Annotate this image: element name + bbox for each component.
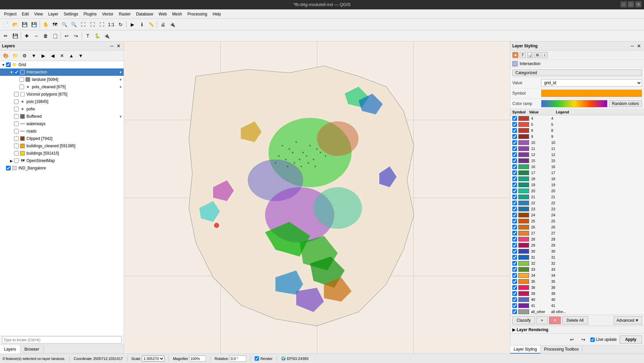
move-feature-button[interactable]: ↔ [32, 32, 41, 40]
legend-row[interactable]: 11 11 [510, 146, 644, 152]
remove-layer-button[interactable]: ✕ [58, 51, 66, 60]
layer-checkbox-openstreetmap[interactable] [14, 158, 19, 163]
legend-row-checkbox[interactable] [512, 297, 517, 302]
layers-close-button[interactable]: ✕ [116, 43, 122, 49]
legend-row-checkbox[interactable] [512, 158, 517, 163]
styling-collapse-button[interactable]: ─ [629, 43, 635, 49]
open-layer-styling-button[interactable]: 🎨 [1, 51, 10, 60]
render-checkbox[interactable] [255, 356, 259, 361]
zoom-out-button[interactable]: 🔍 [69, 20, 78, 29]
menu-web[interactable]: Web [156, 10, 169, 18]
python-console-button[interactable]: 🐍 [93, 32, 102, 40]
menu-project[interactable]: Project [1, 10, 19, 18]
legend-row[interactable]: 22 22 [510, 200, 644, 206]
layer-search-input[interactable] [2, 336, 122, 344]
legend-row[interactable]: 17 17 [510, 170, 644, 176]
legend-row[interactable]: 5 5 [510, 121, 644, 127]
tab-processing-toolbox[interactable]: Processing Toolbox [540, 346, 582, 354]
layer-item-pois[interactable]: ▶ pois [19845] [0, 98, 124, 105]
legend-row-checkbox[interactable] [512, 237, 517, 242]
map-area[interactable] [124, 42, 510, 354]
legend-row[interactable]: 19 19 [510, 182, 644, 188]
legend-row-checkbox[interactable] [512, 273, 517, 278]
map-canvas[interactable] [124, 42, 510, 354]
tab-layers[interactable]: Layers [0, 345, 20, 354]
tab-browser[interactable]: Browser [20, 345, 44, 354]
legend-row[interactable]: 32 32 [510, 260, 644, 266]
value-field-select[interactable]: grid_id [541, 79, 642, 87]
select-feature-button[interactable]: ▶ [128, 20, 137, 29]
close-button[interactable]: ✕ [635, 1, 641, 7]
legend-row-checkbox[interactable] [512, 303, 517, 308]
legend-row[interactable]: 16 16 [510, 164, 644, 170]
layer-item-waterways[interactable]: ▶ waterways [0, 120, 124, 127]
menu-help[interactable]: Help [210, 10, 224, 18]
layer-checkbox-pofw[interactable] [14, 107, 19, 111]
color-ramp-preview[interactable] [541, 100, 607, 107]
layer-item-buffered[interactable]: ▶ Buffered ▼ [0, 113, 124, 120]
legend-row[interactable]: 27 27 [510, 230, 644, 236]
zoom-layer-button[interactable]: ⛶ [88, 20, 97, 29]
legend-row-checkbox[interactable] [512, 195, 517, 199]
layer-checkbox-roads[interactable] [14, 129, 19, 134]
layer-checkbox-buffered[interactable] [14, 114, 19, 119]
manage-layers-button[interactable]: ⚙ [20, 51, 29, 60]
tab-layer-styling[interactable]: Layer Styling [510, 346, 540, 354]
redo-button[interactable]: ↪ [72, 32, 80, 40]
layer-checkbox-buildings[interactable] [14, 151, 19, 156]
pan-map-button[interactable]: 🗺 [51, 20, 59, 29]
zoom-full-button[interactable]: ⛶ [79, 20, 87, 29]
legend-row-checkbox[interactable] [512, 261, 517, 266]
layer-checkbox-clipped[interactable] [14, 136, 19, 141]
layer-checkbox-waterways[interactable] [14, 121, 19, 126]
move-up-button[interactable]: ▲ [67, 51, 76, 60]
zoom-in-button[interactable]: 🔍 [60, 20, 69, 29]
legend-row[interactable]: 30 30 [510, 248, 644, 254]
menu-vector[interactable]: Vector [100, 10, 116, 18]
legend-row-checkbox[interactable] [512, 309, 517, 314]
legend-row-checkbox[interactable] [512, 231, 517, 236]
layer-rendering-row[interactable]: ▶ Layer Rendering [510, 326, 644, 333]
legend-row-checkbox[interactable] [512, 291, 517, 296]
pan-button[interactable]: ✋ [41, 20, 50, 29]
collapse-all-button[interactable]: ◀ [48, 51, 57, 60]
plugins-button[interactable]: 🔌 [168, 20, 177, 29]
legend-row[interactable]: 33 33 [510, 266, 644, 272]
legend-row-checkbox[interactable] [512, 183, 517, 187]
layer-item-intersection[interactable]: ▼ Intersection ▼ [0, 68, 124, 76]
layer-checkbox-voronoi[interactable] [14, 92, 19, 97]
legend-row-checkbox[interactable] [512, 267, 517, 272]
undo-styling-button[interactable]: ↩ [568, 335, 576, 344]
expand-icon-openstreetmap[interactable]: ▶ [9, 159, 13, 163]
rotation-input[interactable] [230, 356, 246, 362]
delete-all-button[interactable]: Delete All [562, 316, 588, 324]
legend-row[interactable]: 40 40 [510, 297, 644, 303]
layer-item-openstreetmap[interactable]: ▶ 🗺 OpenStreetMap [0, 157, 124, 164]
menu-mesh[interactable]: Mesh [170, 10, 185, 18]
legend-row-checkbox[interactable] [512, 122, 517, 127]
layer-item-voronoi[interactable]: ▶ Voronoi polygons [675] [0, 91, 124, 98]
open-project-button[interactable]: 📂 [11, 20, 19, 29]
undo-button[interactable]: ↩ [62, 32, 71, 40]
zoom-native-button[interactable]: 1:1 [107, 20, 116, 29]
layer-item-pois-cleaned[interactable]: ▶ pois_cleaned [675] ▼ [0, 83, 124, 91]
add-class-button[interactable]: + [536, 316, 548, 324]
menu-raster[interactable]: Raster [116, 10, 133, 18]
label-button[interactable]: T [83, 32, 92, 40]
classify-button[interactable]: Classify [512, 316, 535, 324]
new-project-button[interactable]: 📄 [1, 20, 10, 29]
legend-row-checkbox[interactable] [512, 152, 517, 157]
layer-item-pofw[interactable]: ▶ pofw [0, 105, 124, 113]
legend-row-checkbox[interactable] [512, 225, 517, 229]
legend-row[interactable]: 21 21 [510, 194, 644, 200]
legend-row-checkbox[interactable] [512, 128, 517, 133]
renderer-type-button[interactable]: Categorized [512, 69, 642, 76]
identify-button[interactable]: ℹ [137, 20, 146, 29]
redo-styling-button[interactable]: ↪ [579, 335, 588, 344]
legend-row-checkbox[interactable] [512, 201, 517, 205]
expand-all-button[interactable]: ▶ [39, 51, 48, 60]
layer-checkbox-grid[interactable] [6, 62, 11, 67]
expand-icon-intersection[interactable]: ▼ [9, 70, 13, 74]
legend-row[interactable]: 15 15 [510, 158, 644, 164]
menu-processing[interactable]: Processing [185, 10, 210, 18]
